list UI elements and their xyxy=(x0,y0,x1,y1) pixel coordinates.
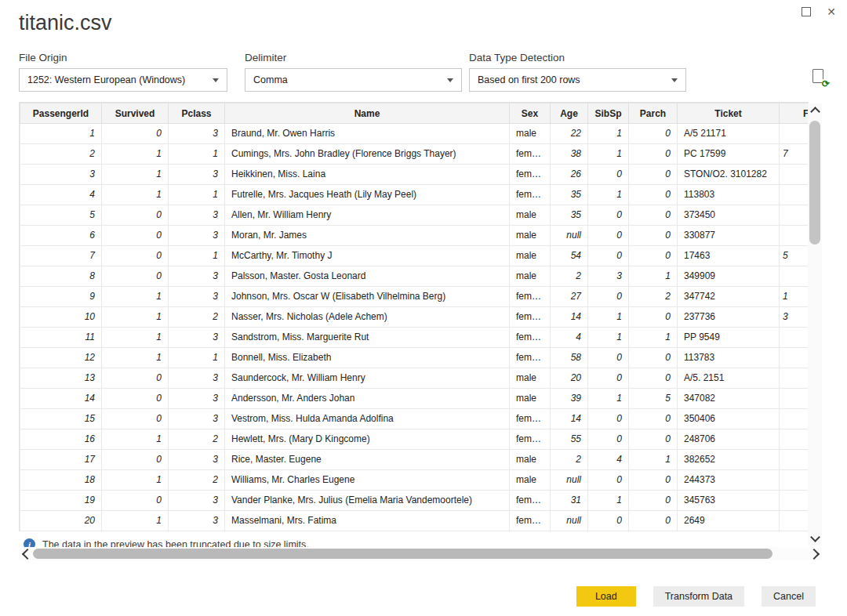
file-origin-select[interactable]: 1252: Western European (Windows) xyxy=(19,68,227,92)
cell: 0 xyxy=(629,470,678,491)
chevron-right-icon xyxy=(808,548,819,559)
maximize-button[interactable] xyxy=(794,0,819,24)
cell: female xyxy=(510,409,551,429)
cell: female xyxy=(510,144,551,165)
data-preview-grid: PassengerIdSurvivedPclassNameSexAgeSibSp… xyxy=(19,102,809,531)
cell: male xyxy=(510,226,551,246)
cell: 22 xyxy=(551,124,588,144)
cell: 1 xyxy=(169,348,225,368)
table-row: 1303Saundercock, Mr. William Henrymale20… xyxy=(20,368,809,389)
column-header: Parch xyxy=(629,103,678,124)
cell: Futrelle, Mrs. Jacques Heath (Lily May P… xyxy=(225,185,510,205)
refresh-icon xyxy=(822,79,830,89)
dialog-title: titanic.csv xyxy=(19,11,112,35)
cell: 330877 xyxy=(678,226,780,246)
cell: 0 xyxy=(629,226,678,246)
cell: 0 xyxy=(629,185,678,205)
cell: 35 xyxy=(551,205,588,226)
file-origin-field: File Origin 1252: Western European (Wind… xyxy=(19,52,227,92)
cell: 1 xyxy=(169,185,225,205)
cell: 1 xyxy=(588,389,629,409)
scroll-down-button[interactable] xyxy=(808,531,822,545)
table-row: 313Heikkinen, Miss. Lainafemale2600STON/… xyxy=(20,165,809,185)
cell: 347742 xyxy=(678,287,780,307)
cell: 1 xyxy=(169,246,225,266)
cell: 14 xyxy=(20,389,102,409)
cell: 2649 xyxy=(678,511,780,531)
cell: null xyxy=(551,470,588,491)
data-type-detection-select[interactable]: Based on first 200 rows xyxy=(469,68,686,92)
vertical-scrollbar[interactable] xyxy=(808,103,822,545)
cell: 2 xyxy=(20,144,102,165)
cell: Sandstrom, Miss. Marguerite Rut xyxy=(225,328,510,348)
cell: Palsson, Master. Gosta Leonard xyxy=(225,266,510,287)
cancel-button[interactable]: Cancel xyxy=(762,586,816,607)
cell xyxy=(780,429,809,450)
scroll-right-button[interactable] xyxy=(808,547,822,560)
cell: McCarthy, Mr. Timothy J xyxy=(225,246,510,266)
cell xyxy=(780,165,809,185)
table-row: 103Braund, Mr. Owen Harrismale2210A/5 21… xyxy=(20,124,809,144)
cell: null xyxy=(551,226,588,246)
cell: 1 xyxy=(102,348,169,368)
cell: 0 xyxy=(629,165,678,185)
cell: 0 xyxy=(629,429,678,450)
cell: Vestrom, Miss. Hulda Amanda Adolfina xyxy=(225,409,510,429)
chevron-up-icon xyxy=(810,107,820,117)
table-row: 701McCarthy, Mr. Timothy Jmale5400174635 xyxy=(20,246,809,266)
column-header: Name xyxy=(225,103,510,124)
cell: Vander Planke, Mrs. Julius (Emelia Maria… xyxy=(225,491,510,511)
cell: 18 xyxy=(20,470,102,491)
cell: male xyxy=(510,205,551,226)
cell: female xyxy=(510,328,551,348)
load-button[interactable]: Load xyxy=(576,586,636,607)
column-header: SibSp xyxy=(588,103,629,124)
file-origin-value: 1252: Western European (Windows) xyxy=(27,74,185,85)
cell: 1 xyxy=(102,429,169,450)
cell: 0 xyxy=(629,348,678,368)
cell: STON/O2. 3101282 xyxy=(678,165,780,185)
cell: Saundercock, Mr. William Henry xyxy=(225,368,510,389)
cell: 113783 xyxy=(678,348,780,368)
cell: 0 xyxy=(588,368,629,389)
cell: 0 xyxy=(588,511,629,531)
cell: 113803 xyxy=(678,185,780,205)
cell: 26 xyxy=(551,165,588,185)
cell: 3 xyxy=(20,165,102,185)
cell: 2 xyxy=(551,266,588,287)
cell: 11 xyxy=(20,328,102,348)
cell: female xyxy=(510,348,551,368)
cell: 1 xyxy=(20,124,102,144)
scroll-left-button[interactable] xyxy=(19,547,33,560)
cell: 0 xyxy=(629,307,678,328)
cell: male xyxy=(510,246,551,266)
cell xyxy=(780,368,809,389)
maximize-icon xyxy=(802,7,811,16)
cell xyxy=(780,450,809,470)
vertical-scrollbar-thumb[interactable] xyxy=(809,121,820,245)
cell: 17 xyxy=(20,450,102,470)
cell: Rice, Master. Eugene xyxy=(225,450,510,470)
cell: 3 xyxy=(780,307,809,328)
delimiter-field: Delimiter Comma xyxy=(245,52,462,92)
cell: 20 xyxy=(20,511,102,531)
cell: male xyxy=(510,450,551,470)
chevron-down-icon xyxy=(810,532,820,542)
cell: female xyxy=(510,429,551,450)
transform-data-button[interactable]: Transform Data xyxy=(653,586,744,607)
cell: 3 xyxy=(169,511,225,531)
delimiter-select[interactable]: Comma xyxy=(245,68,462,92)
close-button[interactable] xyxy=(819,0,844,24)
table-row: 2013Masselmani, Mrs. Fatimafemalenull002… xyxy=(20,511,809,531)
cell: 58 xyxy=(551,348,588,368)
header-row: PassengerIdSurvivedPclassNameSexAgeSibSp… xyxy=(20,103,809,124)
cell: Bonnell, Miss. Elizabeth xyxy=(225,348,510,368)
cell: 1 xyxy=(588,491,629,511)
refresh-preview-button[interactable] xyxy=(812,69,828,86)
horizontal-scrollbar-thumb[interactable] xyxy=(33,549,772,559)
cell: 1 xyxy=(629,450,678,470)
horizontal-scrollbar[interactable] xyxy=(19,547,822,560)
cell xyxy=(780,266,809,287)
scroll-up-button[interactable] xyxy=(808,103,822,118)
cell: 0 xyxy=(102,226,169,246)
